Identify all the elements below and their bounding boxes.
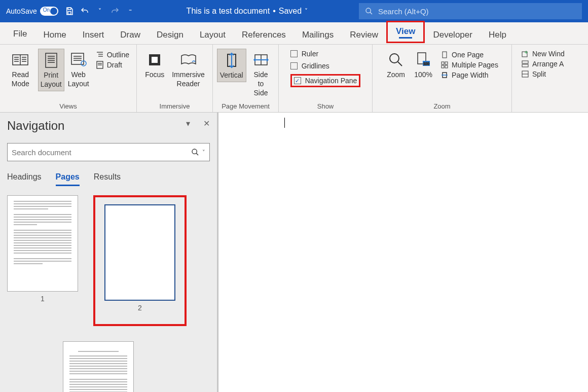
tab-design[interactable]: Design — [149, 25, 192, 44]
undo-icon[interactable] — [80, 6, 90, 16]
side-to-side-button[interactable]: Side to Side — [247, 49, 275, 100]
thumbnail-content — [63, 341, 134, 392]
vertical-icon — [223, 51, 241, 69]
document-area[interactable] — [218, 113, 588, 392]
svg-rect-44 — [445, 65, 448, 68]
zoom-100-button[interactable]: 100 100% — [410, 49, 436, 81]
group-label-page-movement: Page Movement — [217, 101, 274, 111]
svg-line-3 — [370, 12, 372, 14]
svg-rect-17 — [71, 53, 84, 64]
immersive-reader-button[interactable]: Immersive Reader — [169, 49, 208, 90]
new-window-button[interactable]: New Wind — [521, 50, 565, 58]
draft-icon — [96, 61, 104, 69]
redo-icon[interactable] — [110, 6, 120, 16]
highlight-navigation-pane: ✓Navigation Pane — [290, 74, 361, 87]
svg-line-36 — [398, 62, 402, 66]
nav-tab-pages[interactable]: Pages — [56, 172, 80, 186]
focus-button[interactable]: Focus — [141, 49, 168, 81]
tab-mailings[interactable]: Mailings — [294, 25, 342, 44]
search-icon — [191, 148, 199, 156]
zoom-100-icon: 100 — [414, 51, 432, 69]
tab-layout[interactable]: Layout — [192, 25, 234, 44]
checkbox-unchecked-icon — [290, 50, 298, 57]
read-mode-icon — [11, 51, 29, 69]
nav-tab-headings[interactable]: Headings — [7, 172, 42, 186]
web-layout-button[interactable]: Web Layout — [65, 49, 92, 90]
read-mode-button[interactable]: Read Mode — [4, 49, 37, 90]
tab-view[interactable]: View — [392, 24, 419, 40]
gridlines-checkbox[interactable]: Gridlines — [290, 62, 329, 70]
thumbnail-page-3[interactable] — [63, 341, 134, 392]
page-width-icon — [440, 71, 449, 79]
focus-icon — [145, 51, 164, 69]
tab-home[interactable]: Home — [35, 25, 74, 44]
checkbox-checked-icon: ✓ — [294, 77, 301, 84]
navigation-pane-checkbox[interactable]: ✓Navigation Pane — [294, 77, 357, 85]
search-icon — [365, 7, 373, 15]
zoom-icon — [387, 51, 405, 69]
svg-rect-43 — [442, 65, 444, 68]
group-views: Read Mode Print Layout Web Layout Outlin… — [0, 45, 137, 112]
thumbnail-content-blank — [104, 204, 175, 301]
ruler-checkbox[interactable]: Ruler — [290, 50, 318, 58]
svg-rect-41 — [442, 62, 444, 64]
thumbnail-number: 2 — [138, 304, 142, 312]
autosave-toggle[interactable]: AutoSave On — [6, 7, 58, 16]
side-to-side-icon — [252, 51, 270, 69]
page-width-button[interactable]: Page Width — [440, 71, 498, 79]
svg-rect-50 — [522, 61, 528, 63]
undo-dropdown-icon[interactable]: ˅ — [95, 6, 105, 16]
multiple-pages-button[interactable]: Multiple Pages — [440, 61, 498, 69]
group-show: Ruler Gridlines ✓Navigation Pane Show — [279, 45, 373, 112]
arrange-all-button[interactable]: Arrange A — [521, 60, 565, 68]
multiple-pages-icon — [440, 61, 449, 69]
nav-tab-results[interactable]: Results — [94, 172, 121, 186]
tab-developer[interactable]: Developer — [425, 25, 481, 44]
group-window: New Wind Arrange A Split — [512, 45, 572, 112]
quick-access-toolbar: ˅ ⁼ — [64, 6, 135, 16]
search-bar[interactable]: Search (Alt+Q) — [359, 3, 582, 19]
thumbnail-content — [7, 195, 78, 292]
highlight-thumbnail-2: 2 — [93, 195, 187, 326]
thumbnail-page-1[interactable]: 1 — [7, 195, 78, 303]
chevron-down-icon[interactable]: ˅ — [202, 149, 205, 156]
tab-references[interactable]: References — [234, 25, 294, 44]
svg-rect-51 — [522, 64, 528, 67]
one-page-button[interactable]: One Page — [440, 51, 498, 59]
ribbon: Read Mode Print Layout Web Layout Outlin… — [0, 45, 588, 113]
tab-review[interactable]: Review — [342, 25, 386, 44]
navigation-title: Navigation — [7, 119, 210, 133]
chevron-down-icon[interactable]: ˅ — [305, 8, 308, 15]
highlight-view-tab: View — [386, 21, 425, 43]
print-layout-icon — [42, 51, 60, 69]
svg-point-2 — [366, 8, 371, 13]
zoom-small-buttons: One Page Multiple Pages Page Width — [437, 49, 501, 81]
search-document-field[interactable] — [12, 148, 188, 157]
outline-icon — [96, 51, 104, 59]
qat-customize-icon[interactable]: ⁼ — [125, 6, 135, 16]
search-document-input[interactable]: ˅ — [7, 143, 210, 161]
tab-insert[interactable]: Insert — [75, 25, 113, 44]
group-zoom: Zoom 100 100% One Page Multiple Pages Pa… — [373, 45, 512, 112]
tab-draw[interactable]: Draw — [112, 25, 149, 44]
zoom-button[interactable]: Zoom — [383, 49, 409, 81]
save-icon[interactable] — [64, 6, 75, 16]
nav-dropdown-icon[interactable]: ▾ — [186, 119, 190, 128]
print-layout-button[interactable]: Print Layout — [38, 49, 64, 91]
workspace: Navigation ▾ ✕ ˅ Headings Pages Results — [0, 113, 588, 392]
text-cursor — [284, 118, 285, 128]
views-small-buttons: Outline Draft — [93, 49, 132, 71]
draft-button[interactable]: Draft — [96, 61, 129, 69]
svg-rect-0 — [68, 8, 71, 10]
thumbnail-number: 1 — [41, 295, 45, 303]
nav-close-icon[interactable]: ✕ — [203, 119, 210, 128]
nav-pane-tabs: Headings Pages Results — [7, 172, 210, 186]
outline-button[interactable]: Outline — [96, 51, 129, 59]
thumbnail-page-2[interactable]: 2 — [104, 204, 175, 312]
vertical-button[interactable]: Vertical — [217, 49, 246, 82]
svg-point-54 — [192, 149, 197, 154]
checkbox-unchecked-icon — [290, 62, 298, 69]
tab-help[interactable]: Help — [481, 25, 514, 44]
split-button[interactable]: Split — [521, 70, 565, 78]
tab-file[interactable]: File — [5, 24, 35, 44]
